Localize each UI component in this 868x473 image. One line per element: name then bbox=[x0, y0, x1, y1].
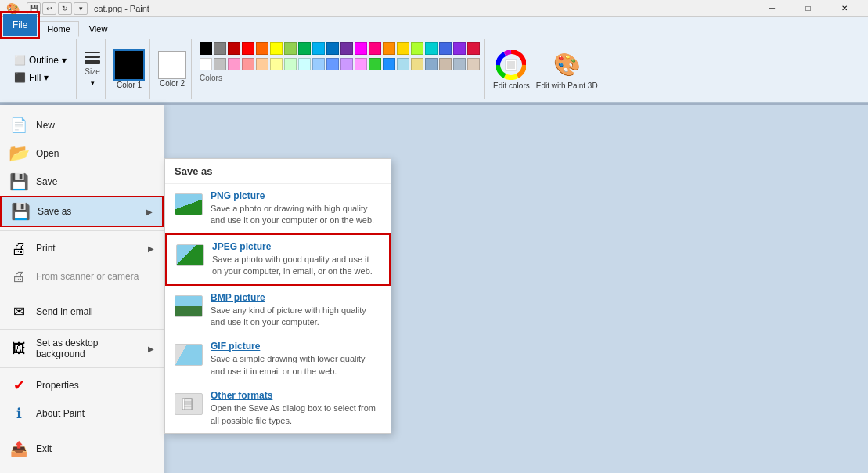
file-menu-btn[interactable]: File bbox=[3, 14, 37, 36]
new-icon: 📄 bbox=[9, 116, 28, 135]
open-label: Open bbox=[36, 148, 59, 159]
swatch-purple[interactable] bbox=[340, 42, 353, 55]
menu-item-exit[interactable]: 📤 Exit bbox=[0, 435, 164, 463]
swatch-chartreuse[interactable] bbox=[411, 42, 423, 55]
color1-box[interactable] bbox=[113, 49, 145, 81]
email-icon: ✉ bbox=[9, 302, 28, 321]
menu-item-save-as[interactable]: 💾 Save as ▶ bbox=[0, 196, 164, 227]
swatch-green[interactable] bbox=[298, 42, 311, 55]
fill-arrow: ▾ bbox=[44, 72, 49, 83]
print-icon: 🖨 bbox=[9, 239, 28, 258]
swatch-dodgerblue[interactable] bbox=[383, 58, 395, 70]
swatch-darkorange[interactable] bbox=[383, 42, 395, 55]
menu-item-save[interactable]: 💾 Save bbox=[0, 168, 164, 196]
title-bar-icons: 🎨 bbox=[6, 2, 19, 15]
swatch-yellow[interactable] bbox=[270, 42, 283, 55]
submenu-item-gif[interactable]: GIF picture Save a simple drawing with l… bbox=[165, 334, 391, 384]
color2-box[interactable] bbox=[158, 51, 186, 79]
minimize-btn[interactable]: ─ bbox=[755, 1, 790, 16]
save-as-icon: 💾 bbox=[11, 202, 30, 221]
gif-text: GIF picture Save a simple drawing with l… bbox=[211, 341, 381, 377]
save-quick-btn[interactable]: 💾 bbox=[27, 2, 41, 15]
submenu-header: Save as bbox=[165, 159, 391, 184]
ribbon-wrapper: File Home View ⬜ Outline ▾ ⬛ Fill ▾ bbox=[0, 17, 868, 105]
swatch-blueviolet[interactable] bbox=[453, 42, 466, 55]
window-controls[interactable]: ─ □ ✕ bbox=[755, 1, 862, 16]
properties-label: Properties bbox=[36, 380, 79, 391]
maximize-btn[interactable]: □ bbox=[791, 1, 826, 16]
swatch-orange[interactable] bbox=[256, 42, 268, 55]
main-area: 📄 New 📂 Open 💾 Save 💾 Save as ▶ bbox=[0, 105, 868, 473]
swatch-crimson[interactable] bbox=[467, 42, 480, 55]
swatch-lavender[interactable] bbox=[340, 58, 353, 70]
menu-item-print[interactable]: 🖨 Print ▶ bbox=[0, 234, 164, 262]
menu-item-new[interactable]: 📄 New bbox=[0, 111, 164, 139]
swatch-lightblue[interactable] bbox=[312, 42, 325, 55]
swatch-empty6[interactable] bbox=[467, 58, 480, 70]
swatch-royalblue[interactable] bbox=[439, 42, 452, 55]
swatch-mint[interactable] bbox=[284, 58, 297, 70]
close-btn[interactable]: ✕ bbox=[827, 1, 862, 16]
swatch-white[interactable] bbox=[200, 58, 212, 70]
save-label: Save bbox=[36, 176, 57, 187]
swatch-gray[interactable] bbox=[214, 42, 226, 55]
exit-label: Exit bbox=[36, 443, 52, 454]
fill-btn[interactable]: ⬛ Fill ▾ bbox=[11, 70, 52, 85]
swatch-silver[interactable] bbox=[214, 58, 226, 70]
title-bar: 🎨 💾 ↩ ↻ ▾ cat.png - Paint ─ □ ✕ bbox=[0, 0, 868, 17]
swatch-darkred[interactable] bbox=[228, 42, 240, 55]
other-formats-icon bbox=[175, 390, 203, 418]
gif-desc: Save a simple drawing with lower quality… bbox=[211, 353, 381, 377]
tab-view[interactable]: View bbox=[81, 21, 117, 36]
tab-home[interactable]: Home bbox=[38, 21, 78, 37]
submenu-item-jpeg[interactable]: JPEG picture Save a photo with good qual… bbox=[165, 233, 391, 286]
print-label: Print bbox=[36, 243, 56, 254]
swatch-thistle[interactable] bbox=[355, 58, 367, 70]
swatch-lightpink[interactable] bbox=[242, 58, 254, 70]
swatch-lightcyan[interactable] bbox=[298, 58, 311, 70]
email-label: Send in email bbox=[36, 306, 93, 317]
swatch-lime[interactable] bbox=[369, 58, 381, 70]
swatch-empty4[interactable] bbox=[439, 58, 452, 70]
swatch-empty1[interactable] bbox=[397, 58, 409, 70]
undo-btn[interactable]: ↩ bbox=[42, 2, 56, 15]
swatch-gold[interactable] bbox=[397, 42, 409, 55]
outline-btn[interactable]: ⬜ Outline ▾ bbox=[11, 53, 70, 67]
swatch-cream[interactable] bbox=[270, 58, 283, 70]
swatch-empty3[interactable] bbox=[425, 58, 438, 70]
menu-item-desktop-bg[interactable]: 🖼 Set as desktop background ▶ bbox=[0, 333, 164, 364]
jpeg-desc: Save a photo with good quality and use i… bbox=[212, 254, 380, 278]
swatch-empty5[interactable] bbox=[453, 58, 466, 70]
swatch-pink[interactable] bbox=[228, 58, 240, 70]
menu-item-open[interactable]: 📂 Open bbox=[0, 139, 164, 168]
menu-item-email[interactable]: ✉ Send in email bbox=[0, 298, 164, 326]
color2-section: Color 2 bbox=[153, 39, 192, 99]
redo-btn[interactable]: ↻ bbox=[58, 2, 72, 15]
toolbar: ⬜ Outline ▾ ⬛ Fill ▾ Size ▾ Color 1 bbox=[0, 36, 868, 103]
swatch-lightgreen[interactable] bbox=[284, 42, 297, 55]
swatch-pink2[interactable] bbox=[369, 42, 381, 55]
title-bar-actions[interactable]: 💾 ↩ ↻ ▾ bbox=[27, 2, 88, 15]
swatch-black[interactable] bbox=[200, 42, 212, 55]
open-icon: 📂 bbox=[9, 144, 28, 163]
menu-item-about[interactable]: ℹ About Paint bbox=[0, 399, 164, 428]
swatch-peach[interactable] bbox=[256, 58, 268, 70]
submenu-item-other[interactable]: Other formats Open the Save As dialog bo… bbox=[165, 384, 391, 433]
png-desc: Save a photo or drawing with high qualit… bbox=[211, 203, 381, 227]
swatch-blue[interactable] bbox=[326, 42, 339, 55]
customize-btn[interactable]: ▾ bbox=[74, 2, 88, 15]
submenu-item-png[interactable]: PNG picture Save a photo or drawing with… bbox=[165, 184, 391, 233]
swatch-periwinkle[interactable] bbox=[312, 58, 325, 70]
submenu-item-bmp[interactable]: BMP picture Save any kind of picture wit… bbox=[165, 286, 391, 335]
desktop-bg-arrow: ▶ bbox=[148, 345, 154, 353]
menu-item-scanner[interactable]: 🖨 From scanner or camera bbox=[0, 262, 164, 291]
swatch-empty2[interactable] bbox=[411, 58, 423, 70]
swatch-teal[interactable] bbox=[425, 42, 438, 55]
swatch-red[interactable] bbox=[242, 42, 254, 55]
colors-section-label: Colors bbox=[200, 74, 480, 82]
color-palette: Colors bbox=[195, 39, 485, 99]
save-as-arrow: ▶ bbox=[146, 208, 153, 216]
menu-item-properties[interactable]: ✔ Properties bbox=[0, 371, 164, 399]
swatch-magenta[interactable] bbox=[355, 42, 367, 55]
swatch-cornflower[interactable] bbox=[326, 58, 339, 70]
